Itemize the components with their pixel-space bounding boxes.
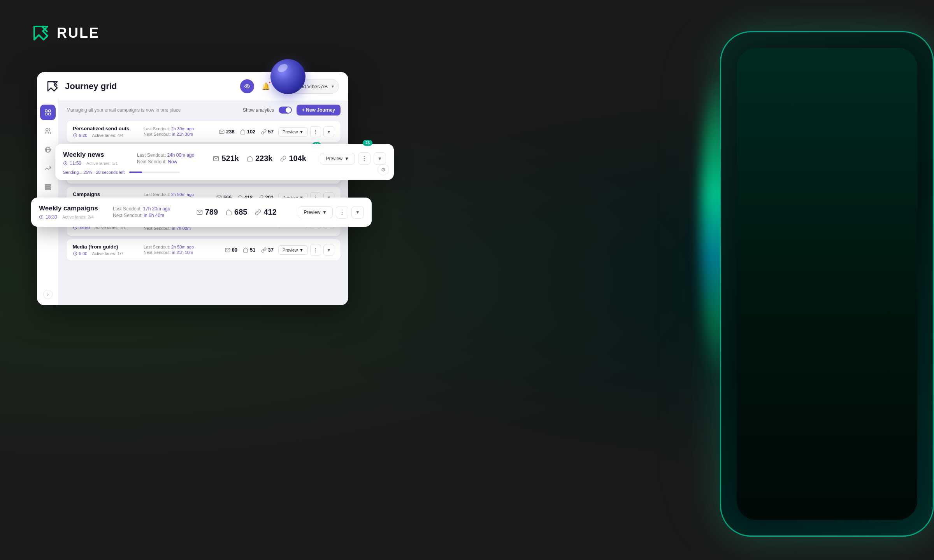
last-sendout-1: Last Sendout: 2h 30m ago (144, 126, 194, 131)
floating-wc-expand-btn[interactable]: ▼ (351, 206, 364, 219)
app-window: Journey grid 🔔 G Good Vibes AB ▼ (37, 72, 348, 305)
floating-wn-preview-btn[interactable]: Preview ▼ (320, 153, 355, 164)
svg-rect-3 (45, 113, 47, 115)
toolbar-right: Show analytics + New Journey (243, 105, 341, 116)
new-journey-button[interactable]: + New Journey (297, 105, 341, 116)
floating-wc-actions: Preview ▼ ⋮ ▼ (298, 206, 364, 219)
more-btn-1[interactable]: ⋮ (310, 126, 321, 137)
journey-name-1: Personalized send outs (73, 126, 139, 131)
svg-point-5 (46, 128, 48, 131)
stat-clicks-6: 37 (261, 247, 274, 253)
svg-rect-2 (48, 110, 50, 112)
sidebar-collapse-btn[interactable]: › (43, 290, 53, 299)
floating-wn-name: Weekly news (63, 151, 137, 159)
floating-wn-progress: Sending... 25% - 28 seconds left (63, 170, 386, 175)
floating-wc-top: Weekly campaigns 18:30 Active lanes: 2/4… (39, 205, 364, 220)
phone-device (662, 31, 934, 537)
sidebar-item-grid[interactable] (40, 105, 56, 120)
floating-wn-sending-label: Sending... 25% - 28 seconds left (63, 170, 125, 175)
floating-wc-more-btn[interactable]: ⋮ (336, 206, 348, 219)
journey-name-6: Media (from guide) (73, 244, 139, 250)
stat-opens-6: 51 (243, 247, 255, 253)
orb-decoration (270, 59, 305, 94)
journey-time-6: 9:00 Active lanes: 1/7 (73, 251, 139, 256)
journey-actions-1: Preview ▼ ⋮ ▼ (278, 126, 334, 137)
floating-wc-preview-btn[interactable]: Preview ▼ (298, 206, 333, 218)
preview-btn-1[interactable]: Preview ▼ (278, 127, 308, 136)
floating-wn-progress-bar (129, 172, 180, 173)
floating-wn-stat-clicks: 104k (280, 154, 306, 163)
floating-wn-meta: Last Sendout: 24h 00m ago Next Sendout: … (137, 152, 199, 164)
header-left: Journey grid (46, 80, 117, 93)
journey-card-1: Personalized send outs 9:20 Active lanes… (67, 121, 341, 142)
eye-icon-btn[interactable] (240, 79, 254, 93)
svg-rect-4 (48, 113, 50, 115)
sidebar-item-analytics[interactable] (40, 161, 56, 176)
sidebar-item-users[interactable] (40, 123, 56, 139)
floating-wn-expand-btn[interactable]: ▼ (374, 152, 386, 165)
expand-btn-1[interactable]: ▼ (323, 126, 334, 137)
user-chevron-icon: ▼ (331, 84, 335, 89)
svg-rect-9 (45, 184, 51, 186)
preview-btn-6[interactable]: Preview ▼ (278, 245, 308, 255)
stat-clicks-1: 57 (261, 129, 274, 135)
floating-wc-stat-clicks: 412 (255, 208, 276, 217)
journey-stats-6: 89 51 37 (199, 247, 274, 253)
floating-wc-stat-opens: 685 (226, 208, 247, 217)
analytics-toggle[interactable] (279, 107, 292, 114)
more-btn-6[interactable]: ⋮ (310, 245, 321, 256)
sidebar-item-modules[interactable] (40, 179, 56, 195)
journey-list: Personalized send outs 9:20 Active lanes… (67, 121, 341, 261)
floating-weekly-campaigns-card: Weekly campaigns 18:30 Active lanes: 2/4… (31, 198, 372, 227)
logo-text: RULE (57, 25, 100, 41)
journey-info-6: Media (from guide) 9:00 Active lanes: 1/… (73, 244, 139, 256)
show-analytics-label: Show analytics (243, 107, 274, 113)
floating-wc-stat-emails: 789 (197, 208, 218, 217)
journey-actions-6: Preview ▼ ⋮ ▼ (278, 245, 334, 256)
stat-opens-1: 102 (240, 129, 256, 135)
journey-info-1: Personalized send outs 9:20 Active lanes… (73, 126, 139, 138)
journey-stats-1: 238 102 57 (199, 129, 274, 135)
journey-meta-1: Last Sendout: 2h 30m ago Next Sendout: i… (144, 126, 194, 137)
journey-card-6: Media (from guide) 9:00 Active lanes: 1/… (67, 239, 341, 261)
last-sendout-6: Last Sendout: 2h 50m ago (144, 245, 194, 249)
toggle-thumb (286, 107, 291, 113)
rule-logo-icon (31, 23, 51, 43)
floating-wc-meta: Last Sendout: 17h 20m ago Next Sendout: … (113, 206, 175, 218)
journey-name-3: Campaigns (73, 191, 139, 197)
stat-emails-1: 238 (219, 129, 235, 135)
floating-wn-progress-fill (129, 172, 142, 173)
svg-rect-1 (45, 110, 47, 112)
next-sendout-1: Next Sendout: in 21h 30m (144, 132, 194, 136)
floating-wn-info: Weekly news 11:50 Active lanes: 1/1 (63, 151, 137, 166)
content-toolbar: Managing all your email campaigns is now… (67, 105, 341, 116)
floating-wn-stats: 521k 223k 104k (199, 154, 320, 163)
floating-wc-info: Weekly campaigns 18:30 Active lanes: 2/4 (39, 205, 113, 220)
journey-meta-6: Last Sendout: 2h 50m ago Next Sendout: i… (144, 245, 194, 256)
floating-wn-time: 11:50 Active lanes: 1/1 (63, 161, 137, 166)
floating-wn-new-badge: 23 (363, 140, 372, 146)
floating-wc-time: 18:30 Active lanes: 2/4 (39, 214, 113, 220)
next-sendout-6: Next Sendout: in 21h 10m (144, 250, 194, 255)
page-title: Journey grid (65, 81, 117, 91)
floating-wn-settings-btn[interactable]: ⚙ (377, 164, 389, 175)
journey-time-1: 9:20 Active lanes: 4/4 (73, 133, 139, 138)
floating-wc-name: Weekly campaigns (39, 205, 113, 212)
expand-btn-6[interactable]: ▼ (323, 245, 334, 256)
floating-wn-more-btn[interactable]: ⋮ (358, 152, 370, 165)
phone-body (720, 31, 934, 537)
logo-area: RULE (31, 23, 100, 43)
svg-point-0 (246, 86, 248, 87)
floating-wn-stat-emails: 521k (213, 154, 239, 163)
sidebar-item-globe[interactable] (40, 142, 56, 158)
app-logo-icon (46, 80, 59, 93)
phone-screen (737, 48, 917, 520)
floating-wc-stats: 789 685 412 (175, 208, 298, 217)
floating-wn-stat-opens: 223k (247, 154, 273, 163)
last-sendout-3: Last Sendout: 2h 50m ago (144, 192, 194, 197)
svg-rect-10 (45, 187, 51, 188)
floating-wn-actions: Preview ▼ ⋮ ▼ (320, 152, 386, 165)
svg-rect-11 (45, 189, 51, 190)
floating-wn-top: Weekly news 11:50 Active lanes: 1/1 Last… (63, 151, 386, 166)
floating-weekly-news-card: Weekly news 11:50 Active lanes: 1/1 Last… (55, 144, 394, 180)
